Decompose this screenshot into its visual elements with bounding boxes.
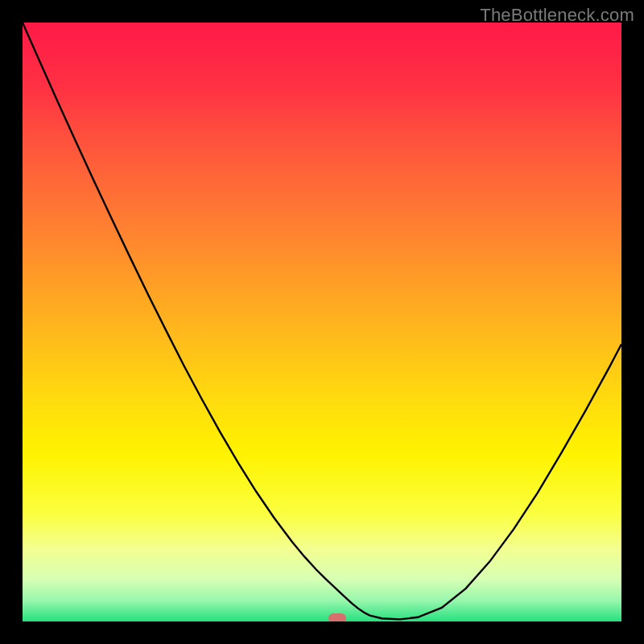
watermark-text: TheBottleneck.com — [480, 5, 634, 26]
plot-area — [23, 23, 621, 621]
curve-layer — [23, 23, 621, 621]
optimal-marker — [328, 613, 346, 621]
bottleneck-curve — [23, 23, 621, 619]
chart-frame: TheBottleneck.com — [0, 0, 644, 644]
